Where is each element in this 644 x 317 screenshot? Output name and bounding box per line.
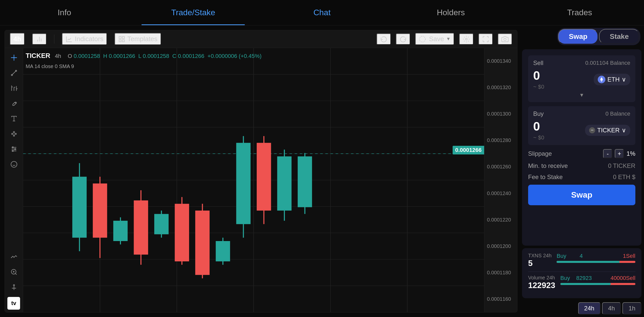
line-tool[interactable] [8, 67, 20, 78]
time-24h-button[interactable]: 24h [578, 302, 601, 314]
crosshair-tool[interactable] [8, 52, 20, 63]
price-level-7: 0.0001200 [487, 243, 515, 249]
svg-point-36 [12, 150, 13, 152]
svg-point-13 [11, 74, 12, 76]
nav-item-info[interactable]: Info [0, 0, 129, 25]
chart-area: 4h Indicators Templates [5, 30, 517, 312]
svg-point-34 [12, 147, 13, 148]
nodes-tool[interactable] [8, 128, 20, 139]
txns-progress-fill [557, 261, 620, 263]
slippage-row: Slippage - + 1% [528, 149, 635, 158]
eth-label: ETH [607, 76, 620, 83]
fullscreen-button[interactable] [479, 34, 493, 45]
stake-toggle-button[interactable]: Stake [599, 29, 639, 44]
toggle-container: Swap Stake [557, 28, 640, 45]
svg-rect-83 [277, 156, 292, 211]
save-button[interactable]: Save ▼ [415, 33, 454, 45]
volume-total: 122923 [528, 281, 555, 290]
slippage-plus-button[interactable]: + [615, 149, 624, 158]
slippage-value: 1% [626, 150, 635, 157]
svg-point-8 [466, 38, 467, 40]
txns-progress-bar [557, 261, 635, 263]
swap-toggle-button[interactable]: Swap [558, 29, 598, 44]
price-level-9: 0.0001160 [487, 296, 515, 302]
svg-rect-6 [122, 40, 124, 42]
svg-rect-65 [93, 183, 107, 237]
chart-plot[interactable]: TICKER 4h O 0.0001258 H 0.0001266 L 0.00… [23, 48, 484, 312]
svg-line-41 [15, 273, 17, 275]
svg-rect-77 [216, 241, 230, 261]
settings-button[interactable] [459, 34, 473, 45]
current-price-label: 0.0001266 [453, 146, 484, 154]
buy-usd: ~ $0 [533, 134, 544, 141]
timeframe-button[interactable]: 4h [10, 33, 25, 45]
chart-compare-button[interactable] [32, 34, 47, 45]
ticker-minus-icon: − [589, 127, 595, 133]
toolbar-right: Save ▼ [377, 33, 512, 45]
nav-item-trades[interactable]: Trades [515, 0, 644, 25]
txns-total: 5 [528, 259, 551, 268]
templates-button[interactable]: Templates [115, 33, 161, 45]
time-buttons: 24h 4h 1h [522, 301, 641, 314]
nav-label-holders: Holders [437, 8, 465, 17]
buy-section: Buy 0 Balance 0 ~ $0 − TICKER ∨ [528, 106, 635, 145]
pencil-tool[interactable] [8, 98, 20, 109]
text-tool[interactable] [8, 113, 20, 124]
indicators-label: Indicators [75, 35, 103, 43]
indicators-button[interactable]: Indicators [62, 33, 107, 45]
bars-tool[interactable] [8, 83, 20, 94]
ticker-chevron-icon: ∨ [622, 127, 626, 134]
svg-point-24 [13, 132, 14, 133]
slippage-minus-button[interactable]: - [603, 149, 612, 158]
nav-item-trade-stake[interactable]: Trade/Stake [129, 0, 258, 25]
nav-item-holders[interactable]: Holders [386, 0, 515, 25]
time-1h-button[interactable]: 1h [622, 302, 641, 314]
stats-divider [528, 272, 635, 272]
undo-button[interactable] [377, 34, 391, 45]
ticker-token-selector[interactable]: − TICKER ∨ [585, 125, 630, 136]
volume-labels-row: Buy 82923 40000 Sell [560, 275, 635, 281]
ruler-tool[interactable] [8, 251, 20, 262]
price-level-4: 0.0001260 [487, 164, 515, 170]
nav-label-trades: Trades [567, 8, 592, 17]
templates-label: Templates [127, 35, 158, 43]
redo-button[interactable] [396, 34, 410, 45]
txns-buy-label: Buy [557, 253, 566, 259]
emoji-tool[interactable] [8, 159, 20, 170]
dropdown-arrow-icon: ▼ [533, 92, 630, 98]
svg-rect-63 [72, 177, 86, 238]
toolbar-separator [54, 35, 54, 44]
txns-label: TXNS 24h [528, 253, 551, 259]
sell-amount[interactable]: 0 [533, 69, 544, 83]
anchor-tool[interactable] [8, 282, 20, 293]
svg-point-37 [11, 161, 17, 167]
adjust-tool[interactable] [8, 144, 20, 155]
txns-sell-value: 1 [623, 253, 626, 259]
eth-icon [598, 76, 605, 83]
volume-block: Volume 24h 122923 [528, 275, 555, 290]
zoom-tool[interactable] [8, 266, 20, 278]
nav-label-chat: Chat [313, 8, 331, 17]
swap-execute-button[interactable]: Swap [528, 185, 635, 205]
volume-progress-fill [560, 283, 611, 285]
top-navigation: Info Trade/Stake Chat Holders Trades [0, 0, 644, 25]
slippage-control: - + 1% [603, 149, 635, 158]
svg-point-7 [419, 36, 425, 42]
main-layout: 4h Indicators Templates [0, 25, 644, 317]
svg-rect-4 [122, 36, 124, 38]
screenshot-button[interactable] [498, 34, 512, 45]
price-level-3: 0.0001280 [487, 137, 515, 143]
buy-amount-row: 0 ~ $0 − TICKER ∨ [533, 119, 630, 141]
chart-content: tv TICKER 4h O 0.0001258 H 0.0001266 L 0… [5, 48, 517, 312]
stats-card: TXNS 24h 5 Buy 4 1 Sell [522, 248, 641, 298]
buy-amount[interactable]: 0 [533, 119, 544, 133]
volume-buy-value: 82923 [576, 275, 592, 281]
sell-balance: 0.001104 Balance [585, 60, 630, 66]
fee-stake-row: Fee to Stake 0 ETH $ [528, 173, 635, 181]
eth-token-selector[interactable]: ETH ∨ [594, 74, 630, 85]
volume-label: Volume 24h [528, 275, 555, 281]
nav-item-chat[interactable]: Chat [258, 0, 387, 25]
fee-stake-label: Fee to Stake [528, 173, 563, 181]
volume-progress-bar [560, 283, 635, 285]
time-4h-button[interactable]: 4h [602, 302, 621, 314]
